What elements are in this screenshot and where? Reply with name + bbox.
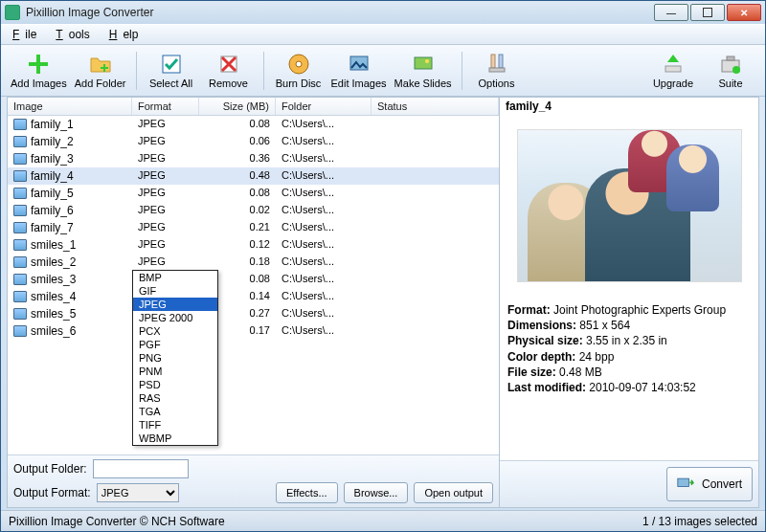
format-option[interactable]: PNG	[133, 351, 217, 365]
table-row[interactable]: smiles_3JPEG0.08C:\Users\...	[8, 271, 499, 288]
table-row[interactable]: smiles_1JPEG0.12C:\Users\...	[8, 236, 499, 254]
thumb-icon	[13, 239, 27, 251]
close-button[interactable]	[727, 4, 761, 21]
svg-point-7	[296, 61, 302, 67]
select-all-button[interactable]: Select All	[143, 48, 200, 94]
col-format[interactable]: Format	[132, 98, 199, 115]
preview-info: Format: Joint Photographic Experts Group…	[500, 297, 758, 399]
format-option[interactable]: JPEG 2000	[133, 311, 217, 324]
status-right: 1 / 13 images selected	[642, 515, 757, 528]
status-left: Pixillion Image Converter © NCH Software	[9, 515, 225, 528]
menu-file[interactable]: File	[7, 26, 48, 43]
svg-point-10	[425, 59, 429, 63]
table-row[interactable]: family_5JPEG0.08C:\Users\...	[8, 185, 499, 202]
format-option[interactable]: TGA	[133, 405, 217, 418]
minimize-button[interactable]	[654, 4, 688, 21]
folder-plus-icon	[89, 53, 112, 76]
thumb-icon	[13, 325, 27, 337]
open-output-button[interactable]: Open output	[414, 482, 493, 503]
svg-rect-8	[350, 56, 368, 70]
remove-button[interactable]: Remove	[200, 48, 258, 94]
effects-button[interactable]: Effects...	[276, 482, 338, 503]
convert-button[interactable]: Convert	[666, 467, 753, 501]
suite-icon	[719, 53, 742, 76]
remove-icon	[217, 53, 240, 76]
convert-icon	[677, 476, 696, 493]
burn-disc-button[interactable]: Burn Disc	[270, 48, 327, 94]
format-option[interactable]: WBMP	[133, 432, 217, 445]
upgrade-button[interactable]: Upgrade	[644, 48, 702, 94]
thumb-icon	[13, 308, 27, 320]
col-size[interactable]: Size (MB)	[199, 98, 276, 115]
format-option[interactable]: BMP	[133, 271, 217, 284]
suite-button[interactable]: Suite	[702, 48, 759, 94]
app-icon	[5, 5, 20, 20]
menubar: File Tools Help	[1, 24, 765, 45]
preview-image	[500, 115, 758, 297]
table-row[interactable]: family_7JPEG0.21C:\Users\...	[8, 219, 499, 236]
svg-rect-13	[489, 68, 505, 72]
slides-icon	[412, 53, 435, 76]
statusbar: Pixillion Image Converter © NCH Software…	[1, 510, 765, 531]
col-status[interactable]: Status	[372, 98, 499, 115]
svg-rect-14	[665, 66, 681, 72]
toolbar: Add Images Add Folder Select All Remove …	[1, 45, 765, 97]
upgrade-icon	[662, 53, 685, 76]
window-title: Pixillion Image Converter	[26, 6, 654, 19]
menu-tools[interactable]: Tools	[50, 26, 101, 43]
col-folder[interactable]: Folder	[276, 98, 372, 115]
options-icon	[485, 53, 508, 76]
thumb-icon	[13, 136, 27, 147]
thumb-icon	[13, 205, 27, 216]
table-row[interactable]: family_6JPEG0.02C:\Users\...	[8, 202, 499, 219]
table-row[interactable]: smiles_2JPEG0.18C:\Users\...	[8, 254, 499, 271]
column-headers[interactable]: Image Format Size (MB) Folder Status	[8, 98, 499, 116]
format-option[interactable]: TIFF	[133, 418, 217, 432]
svg-rect-11	[491, 55, 495, 68]
format-option[interactable]: GIF	[133, 284, 217, 298]
svg-point-17	[732, 66, 740, 74]
options-button[interactable]: Options	[468, 48, 526, 94]
table-row[interactable]: smiles_40.14C:\Users\...	[8, 288, 499, 305]
preview-pane: family_4 Format: Joint Photographic Expe…	[500, 98, 758, 507]
format-option[interactable]: PSD	[133, 378, 217, 391]
table-row[interactable]: smiles_60.17C:\Users\...	[8, 322, 499, 340]
svg-rect-1	[29, 62, 48, 66]
output-format-select[interactable]: JPEG	[97, 483, 179, 502]
svg-rect-18	[678, 478, 689, 486]
thumb-icon	[13, 170, 27, 182]
file-list[interactable]: family_1JPEG0.08C:\Users\...family_2JPEG…	[8, 116, 499, 454]
maximize-button[interactable]	[690, 4, 725, 21]
thumb-icon	[13, 153, 27, 165]
format-option[interactable]: PNM	[133, 365, 217, 378]
add-folder-button[interactable]: Add Folder	[71, 48, 130, 94]
select-all-icon	[160, 53, 183, 76]
menu-help[interactable]: Help	[103, 26, 150, 43]
table-row[interactable]: family_3JPEG0.36C:\Users\...	[8, 150, 499, 167]
edit-images-button[interactable]: Edit Images	[327, 48, 391, 94]
format-option[interactable]: JPEG	[133, 298, 217, 311]
output-folder-field[interactable]	[93, 459, 189, 478]
plus-icon	[27, 53, 50, 76]
format-option[interactable]: RAS	[133, 391, 217, 405]
svg-rect-9	[415, 57, 432, 69]
thumb-icon	[13, 119, 27, 130]
format-option[interactable]: PCX	[133, 324, 217, 338]
table-row[interactable]: smiles_50.27C:\Users\...	[8, 305, 499, 322]
disc-icon	[287, 53, 310, 76]
format-option[interactable]: PGF	[133, 338, 217, 351]
col-image[interactable]: Image	[8, 98, 132, 115]
make-slides-button[interactable]: Make Slides	[391, 48, 456, 94]
thumb-icon	[13, 256, 27, 268]
output-folder-label: Output Folder:	[13, 462, 87, 476]
add-images-button[interactable]: Add Images	[7, 48, 71, 94]
format-dropdown-list[interactable]: BMPGIFJPEGJPEG 2000PCXPGFPNGPNMPSDRASTGA…	[132, 270, 218, 446]
table-row[interactable]: family_4JPEG0.48C:\Users\...	[8, 167, 499, 185]
thumb-icon	[13, 291, 27, 302]
table-row[interactable]: family_2JPEG0.06C:\Users\...	[8, 133, 499, 150]
table-row[interactable]: family_1JPEG0.08C:\Users\...	[8, 116, 499, 133]
window: Pixillion Image Converter File Tools Hel…	[0, 0, 766, 532]
main-area: Image Format Size (MB) Folder Status fam…	[7, 97, 759, 508]
titlebar[interactable]: Pixillion Image Converter	[1, 1, 765, 24]
browse-button[interactable]: Browse...	[344, 482, 409, 503]
